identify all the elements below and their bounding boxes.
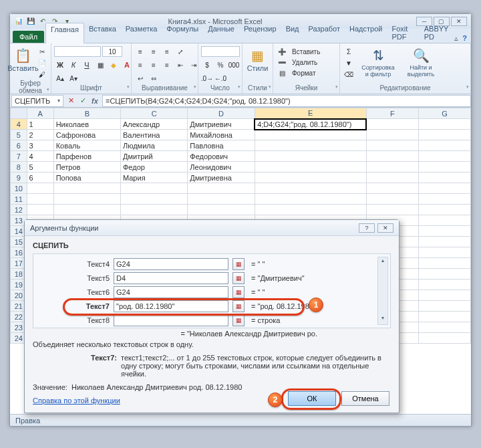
tab-разработ[interactable]: Разработ <box>304 23 345 43</box>
cell-B5[interactable]: Сафронова <box>53 130 120 140</box>
cell-C5[interactable]: Валентина <box>120 130 187 140</box>
collapse-dialog-icon[interactable]: ▦ <box>232 272 245 284</box>
format-cells-icon[interactable]: ▤ <box>276 68 288 78</box>
paste-button[interactable]: 📋 Вставить <box>13 46 33 74</box>
cell-C4[interactable]: Александр <box>120 119 187 130</box>
delete-cells-icon[interactable]: ➖ <box>276 57 288 68</box>
cell-F4[interactable] <box>366 119 418 130</box>
cell-D7[interactable]: Федорович <box>188 151 255 162</box>
cell-C8[interactable]: Федор <box>120 162 187 173</box>
cell-G5[interactable] <box>418 130 470 140</box>
currency-icon[interactable]: $ <box>201 60 213 70</box>
row-header-4[interactable]: 4 <box>11 119 27 130</box>
cell-G18[interactable] <box>418 269 470 279</box>
cell-F11[interactable] <box>366 194 418 205</box>
cell-B7[interactable]: Парфенов <box>53 151 120 162</box>
cell-F10[interactable] <box>366 183 418 194</box>
cell-E9[interactable] <box>255 173 366 183</box>
cell-E10[interactable] <box>255 183 366 194</box>
align-top-icon[interactable]: ≡ <box>134 46 146 57</box>
fill-color-button[interactable]: ◆ <box>108 60 120 70</box>
cell-D5[interactable]: Михайловна <box>188 130 255 140</box>
decrease-font-icon[interactable]: A▾ <box>67 73 79 84</box>
indent-dec-icon[interactable]: ⇤ <box>174 60 186 70</box>
arg-input-Текст4[interactable]: G24 <box>114 258 228 270</box>
align-right-icon[interactable]: ≡ <box>161 60 173 70</box>
formula-input[interactable]: =СЦЕПИТЬ(B4;G24;C4;G24;D4;G24;"род. 08.1… <box>102 95 471 107</box>
insert-cells-icon[interactable]: ➕ <box>276 46 288 57</box>
cell-A10[interactable] <box>27 183 53 194</box>
row-header-6[interactable]: 6 <box>11 140 27 151</box>
save-icon[interactable]: 💾 <box>26 16 35 25</box>
select-all-corner[interactable] <box>11 108 27 119</box>
collapse-dialog-icon[interactable]: ▦ <box>232 300 245 312</box>
tab-foxit pdf[interactable]: Foxit PDF <box>387 23 419 43</box>
sort-filter-button[interactable]: ⇅Сортировка и фильтр <box>357 46 399 79</box>
cell-G6[interactable] <box>418 140 470 151</box>
qat-dropdown-icon[interactable]: ▾ <box>62 16 71 25</box>
cell-F6[interactable] <box>366 140 418 151</box>
cell-A7[interactable]: 4 <box>27 151 53 162</box>
cell-F7[interactable] <box>366 151 418 162</box>
collapse-dialog-icon[interactable]: ▦ <box>232 258 245 270</box>
cell-G16[interactable] <box>418 247 470 258</box>
cell-G23[interactable] <box>418 322 470 333</box>
cell-D6[interactable]: Павловна <box>188 140 255 151</box>
border-button[interactable]: ▦ <box>94 60 106 70</box>
cell-D9[interactable]: Дмитриевна <box>188 173 255 183</box>
tab-вставка[interactable]: Вставка <box>84 23 121 43</box>
cell-E11[interactable] <box>255 194 366 205</box>
col-header-E[interactable]: E <box>255 108 366 119</box>
cell-B9[interactable]: Попова <box>53 173 120 183</box>
cell-G4[interactable] <box>418 119 470 130</box>
cell-D10[interactable] <box>188 183 255 194</box>
tab-надстрой[interactable]: Надстрой <box>345 23 387 43</box>
tab-рецензир[interactable]: Рецензир <box>239 23 281 43</box>
col-header-C[interactable]: C <box>120 108 187 119</box>
cell-G13[interactable] <box>418 215 470 226</box>
underline-button[interactable]: Ч <box>81 60 93 70</box>
align-center-icon[interactable]: ≡ <box>148 60 160 70</box>
row-header-11[interactable]: 11 <box>11 194 27 205</box>
cell-E5[interactable] <box>255 130 366 140</box>
styles-button[interactable]: ▦Стили <box>245 46 270 74</box>
arg-input-Текст5[interactable]: D4 <box>114 272 228 284</box>
tab-abbyy pd[interactable]: ABBYY PD <box>420 23 455 43</box>
row-header-8[interactable]: 8 <box>11 162 27 173</box>
number-format-dropdown[interactable] <box>201 46 240 57</box>
cell-D12[interactable] <box>188 205 255 215</box>
cell-D8[interactable]: Леонидович <box>188 162 255 173</box>
font-name-dropdown[interactable] <box>54 46 101 57</box>
cell-B12[interactable] <box>53 205 120 215</box>
arg-input-Текст6[interactable]: G24 <box>114 286 228 298</box>
autosum-icon[interactable]: Σ <box>343 46 355 57</box>
collapse-dialog-icon[interactable]: ▦ <box>232 314 245 326</box>
cell-E6[interactable] <box>255 140 366 151</box>
help-icon[interactable]: ? <box>462 34 467 43</box>
collapse-dialog-icon[interactable]: ▦ <box>232 286 245 298</box>
tab-разметка[interactable]: Разметка <box>121 23 162 43</box>
scroll-up-icon[interactable]: ▴ <box>378 257 387 267</box>
cell-G14[interactable] <box>418 226 470 237</box>
orientation-icon[interactable]: ⤢ <box>174 46 186 57</box>
decrease-decimal-icon[interactable]: ←.0 <box>214 73 226 84</box>
tab-вид[interactable]: Вид <box>281 23 304 43</box>
cell-G24[interactable] <box>418 333 470 344</box>
row-header-9[interactable]: 9 <box>11 173 27 183</box>
fx-button[interactable]: fx <box>89 95 101 107</box>
cell-G15[interactable] <box>418 237 470 247</box>
align-left-icon[interactable]: ≡ <box>134 60 146 70</box>
cell-A8[interactable]: 5 <box>27 162 53 173</box>
dialog-close-button[interactable]: ✕ <box>377 223 393 233</box>
cell-E12[interactable] <box>255 205 366 215</box>
cell-G17[interactable] <box>418 258 470 269</box>
ribbon-minimize-icon[interactable]: ▵ <box>454 34 458 43</box>
cell-G9[interactable] <box>418 173 470 183</box>
arg-input-Текст8[interactable] <box>114 314 228 326</box>
row-header-5[interactable]: 5 <box>11 130 27 140</box>
cell-G11[interactable] <box>418 194 470 205</box>
font-size-dropdown[interactable]: 10 <box>102 46 122 57</box>
cell-A6[interactable]: 3 <box>27 140 53 151</box>
row-header-7[interactable]: 7 <box>11 151 27 162</box>
cell-D11[interactable] <box>188 194 255 205</box>
